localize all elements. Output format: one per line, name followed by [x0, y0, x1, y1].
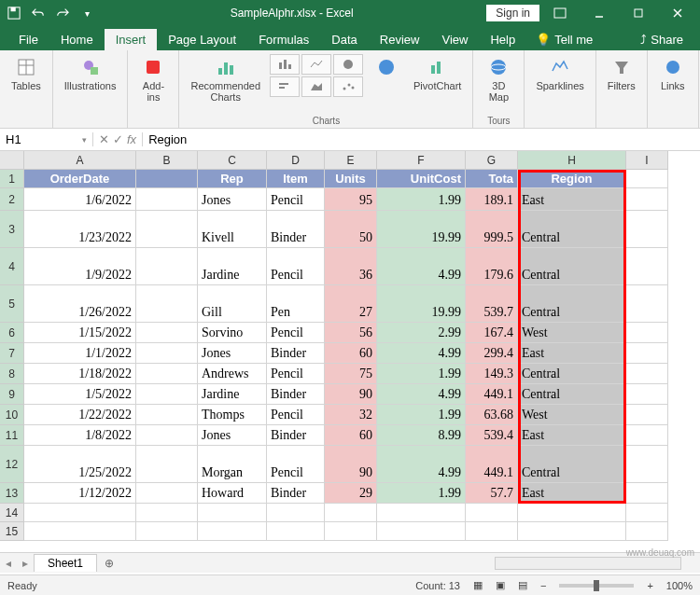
- cell[interactable]: 29: [325, 483, 377, 504]
- col-header-i[interactable]: I: [626, 151, 668, 170]
- cell[interactable]: [136, 188, 198, 211]
- cell[interactable]: [325, 522, 377, 541]
- sparklines-button[interactable]: Sparklines: [532, 54, 587, 93]
- cell[interactable]: 63.68: [466, 405, 518, 425]
- cell[interactable]: Pencil: [267, 188, 325, 211]
- col-header-g[interactable]: G: [466, 151, 518, 170]
- 3d-map-button[interactable]: 3D Map: [481, 54, 516, 104]
- col-header-a[interactable]: A: [24, 151, 136, 170]
- recommended-charts-button[interactable]: Recommended Charts: [187, 54, 264, 104]
- cell[interactable]: Pencil: [267, 364, 325, 384]
- row-header-11[interactable]: 11: [0, 425, 24, 446]
- cell-region[interactable]: Central: [518, 211, 626, 248]
- cell[interactable]: 90: [325, 446, 377, 483]
- col-header-d[interactable]: D: [267, 151, 325, 170]
- cell[interactable]: [198, 522, 267, 541]
- cell[interactable]: [136, 425, 198, 446]
- cell[interactable]: Thomps: [198, 405, 267, 425]
- cell[interactable]: Rep: [198, 170, 267, 188]
- cell[interactable]: [267, 504, 325, 522]
- cell[interactable]: [466, 522, 518, 541]
- cell[interactable]: Andrews: [198, 364, 267, 384]
- row-header-14[interactable]: 14: [0, 504, 24, 522]
- cell[interactable]: [626, 483, 668, 504]
- cell[interactable]: 449.1: [466, 384, 518, 405]
- cell[interactable]: [626, 170, 668, 188]
- cell[interactable]: 1/8/2022: [24, 425, 136, 446]
- filters-button[interactable]: Filters: [604, 54, 639, 93]
- cell[interactable]: 1/23/2022: [24, 211, 136, 248]
- close-icon[interactable]: [659, 0, 696, 26]
- row-header-5[interactable]: 5: [0, 285, 24, 323]
- cell[interactable]: 32: [325, 405, 377, 425]
- cell[interactable]: Pen: [267, 285, 325, 323]
- cell[interactable]: 1.99: [377, 483, 466, 504]
- cell[interactable]: [136, 522, 198, 541]
- cancel-icon[interactable]: ✕: [99, 132, 109, 146]
- cell[interactable]: UnitCost: [377, 170, 466, 188]
- cell[interactable]: Gill: [198, 285, 267, 323]
- col-header-c[interactable]: C: [198, 151, 267, 170]
- cell[interactable]: 539.7: [466, 285, 518, 323]
- cell[interactable]: Units: [325, 170, 377, 188]
- sheet-nav-prev-icon[interactable]: ◂: [0, 557, 17, 570]
- chart-type-line-icon[interactable]: [301, 54, 331, 75]
- cell[interactable]: [518, 522, 626, 541]
- cell[interactable]: 75: [325, 364, 377, 384]
- cell-region[interactable]: Central: [518, 364, 626, 384]
- cell-region[interactable]: East: [518, 343, 626, 364]
- cell[interactable]: 1.99: [377, 188, 466, 211]
- cell[interactable]: Binder: [267, 384, 325, 405]
- tables-button[interactable]: Tables: [7, 54, 45, 93]
- row-header-1[interactable]: 1: [0, 170, 24, 188]
- chart-type-pie-icon[interactable]: [333, 54, 363, 75]
- tab-insert[interactable]: Insert: [105, 29, 158, 50]
- cell[interactable]: [377, 504, 466, 522]
- cell[interactable]: 1/9/2022: [24, 248, 136, 285]
- cell[interactable]: Jones: [198, 188, 267, 211]
- row-header-13[interactable]: 13: [0, 483, 24, 504]
- cell[interactable]: Morgan: [198, 446, 267, 483]
- cell[interactable]: 1/26/2022: [24, 285, 136, 323]
- row-header-10[interactable]: 10: [0, 405, 24, 425]
- cell[interactable]: [136, 446, 198, 483]
- cell[interactable]: 1/15/2022: [24, 323, 136, 343]
- col-header-e[interactable]: E: [325, 151, 377, 170]
- cell[interactable]: 1/1/2022: [24, 343, 136, 364]
- cell[interactable]: [626, 425, 668, 446]
- row-header-8[interactable]: 8: [0, 364, 24, 384]
- cell-region[interactable]: Central: [518, 446, 626, 483]
- row-header-3[interactable]: 3: [0, 211, 24, 248]
- cell-h1-region-header[interactable]: Region: [518, 170, 626, 188]
- cell-region[interactable]: Central: [518, 285, 626, 323]
- cell[interactable]: 95: [325, 188, 377, 211]
- row-header-15[interactable]: 15: [0, 522, 24, 541]
- cell[interactable]: 8.99: [377, 425, 466, 446]
- horizontal-scrollbar[interactable]: [495, 557, 681, 570]
- addins-button[interactable]: Add-ins: [135, 54, 171, 104]
- tab-home[interactable]: Home: [49, 29, 105, 50]
- cell[interactable]: [136, 170, 198, 188]
- cell[interactable]: [626, 384, 668, 405]
- cell[interactable]: Binder: [267, 211, 325, 248]
- cell[interactable]: 4.99: [377, 343, 466, 364]
- cell[interactable]: Howard: [198, 483, 267, 504]
- sheet-tab-sheet1[interactable]: Sheet1: [34, 554, 97, 572]
- chart-type-area-icon[interactable]: [301, 76, 331, 97]
- cell[interactable]: [626, 343, 668, 364]
- cell-region[interactable]: West: [518, 405, 626, 425]
- cell[interactable]: [136, 248, 198, 285]
- cell[interactable]: [626, 446, 668, 483]
- tab-view[interactable]: View: [430, 29, 479, 50]
- cell[interactable]: Jardine: [198, 384, 267, 405]
- sheet-nav-next-icon[interactable]: ▸: [17, 557, 34, 570]
- qat-customize-icon[interactable]: ▾: [77, 3, 97, 23]
- cell[interactable]: 1/25/2022: [24, 446, 136, 483]
- new-sheet-icon[interactable]: ⊕: [97, 557, 121, 570]
- cell[interactable]: [136, 504, 198, 522]
- cell[interactable]: 1/6/2022: [24, 188, 136, 211]
- cell[interactable]: 1.99: [377, 405, 466, 425]
- enter-icon[interactable]: ✓: [113, 132, 123, 146]
- cell[interactable]: [136, 364, 198, 384]
- cell[interactable]: 179.6: [466, 248, 518, 285]
